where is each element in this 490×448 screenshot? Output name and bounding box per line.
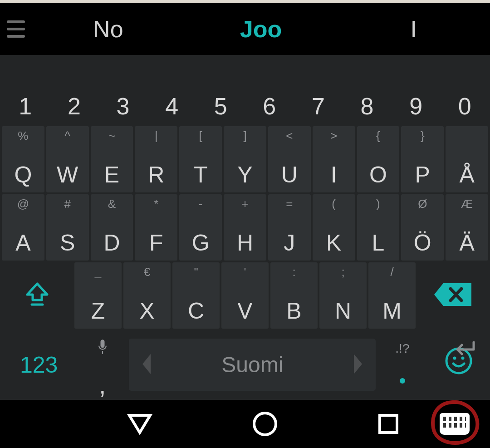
key-2[interactable]: 2 bbox=[51, 60, 98, 124]
key-h[interactable]: +H bbox=[224, 194, 266, 261]
key-o-umlaut[interactable]: ØÖ bbox=[401, 194, 444, 261]
bottom-row: 123 , Suomi .!? bbox=[0, 330, 490, 400]
suggestion-bar: No Joo I bbox=[0, 3, 490, 55]
key-4[interactable]: 4 bbox=[148, 60, 196, 124]
key-z[interactable]: _Z bbox=[74, 262, 122, 329]
key-6[interactable]: 6 bbox=[246, 60, 293, 124]
key-l[interactable]: )L bbox=[357, 194, 400, 261]
svg-rect-5 bbox=[380, 415, 397, 433]
backspace-key[interactable] bbox=[417, 262, 488, 329]
key-q[interactable]: %Q bbox=[2, 126, 44, 192]
key-b[interactable]: :B bbox=[270, 262, 318, 329]
suggestion-center[interactable]: Joo bbox=[185, 15, 338, 43]
suggestion-right[interactable]: I bbox=[337, 15, 490, 43]
spacebar[interactable]: Suomi bbox=[129, 339, 376, 391]
system-nav-bar bbox=[0, 400, 490, 448]
chevron-left-icon bbox=[139, 352, 154, 378]
comma-key[interactable]: , bbox=[78, 330, 127, 399]
number-row: 1 2 3 4 5 6 7 8 9 0 bbox=[0, 59, 490, 125]
chevron-right-icon bbox=[350, 352, 366, 378]
key-u[interactable]: <U bbox=[268, 126, 311, 192]
key-v[interactable]: 'V bbox=[221, 262, 269, 329]
letter-row-2: @A #S &D *F -G +H =J (K )L ØÖ ÆÄ bbox=[0, 193, 490, 261]
symbols-key[interactable]: 123 bbox=[2, 330, 76, 399]
enter-arrow-icon bbox=[450, 341, 475, 359]
key-w[interactable]: ^W bbox=[46, 126, 89, 192]
back-button[interactable] bbox=[127, 413, 153, 435]
shift-icon bbox=[24, 282, 50, 309]
key-5[interactable]: 5 bbox=[197, 60, 244, 124]
enter-key[interactable] bbox=[429, 330, 488, 399]
key-d[interactable]: &D bbox=[91, 194, 133, 261]
key-t[interactable]: [T bbox=[179, 126, 222, 192]
annotation-circle-icon bbox=[429, 399, 481, 448]
key-c[interactable]: "C bbox=[172, 262, 220, 329]
keyboard-language-label: Suomi bbox=[221, 352, 283, 377]
key-9[interactable]: 9 bbox=[392, 60, 440, 124]
letter-row-3: _Z €X "C 'V :B ;N /M bbox=[0, 261, 490, 330]
key-g[interactable]: -G bbox=[179, 194, 222, 261]
svg-point-4 bbox=[254, 413, 276, 435]
letter-row-1: %Q ^W ~E |R [T ]Y <U >I {O }P Å bbox=[0, 125, 490, 193]
key-r[interactable]: |R bbox=[135, 126, 177, 192]
key-3[interactable]: 3 bbox=[99, 60, 147, 124]
key-j[interactable]: =J bbox=[268, 194, 311, 261]
key-7[interactable]: 7 bbox=[295, 60, 342, 124]
key-i[interactable]: >I bbox=[313, 126, 355, 192]
home-button[interactable] bbox=[252, 411, 278, 437]
key-p[interactable]: }P bbox=[401, 126, 444, 192]
keyboard-switch-button[interactable] bbox=[440, 413, 470, 435]
microphone-icon bbox=[78, 339, 127, 355]
key-e[interactable]: ~E bbox=[91, 126, 133, 192]
menu-icon[interactable] bbox=[0, 3, 32, 55]
period-key[interactable]: .!? bbox=[377, 330, 427, 399]
key-y[interactable]: ]Y bbox=[224, 126, 266, 192]
recent-apps-button[interactable] bbox=[377, 413, 400, 435]
key-m[interactable]: /M bbox=[368, 262, 416, 329]
key-0[interactable]: 0 bbox=[441, 60, 488, 124]
key-s[interactable]: #S bbox=[46, 194, 89, 261]
period-dot-icon bbox=[400, 378, 405, 384]
key-8[interactable]: 8 bbox=[343, 60, 391, 124]
suggestion-left[interactable]: No bbox=[32, 15, 185, 43]
key-f[interactable]: *F bbox=[135, 194, 177, 261]
key-a-ring[interactable]: Å bbox=[446, 126, 488, 192]
virtual-keyboard: 1 2 3 4 5 6 7 8 9 0 %Q ^W ~E |R [T ]Y <U… bbox=[0, 55, 490, 400]
key-1[interactable]: 1 bbox=[2, 60, 49, 124]
key-a[interactable]: @A bbox=[2, 194, 44, 261]
backspace-icon bbox=[432, 281, 473, 310]
key-a-umlaut[interactable]: ÆÄ bbox=[446, 194, 488, 261]
shift-key[interactable] bbox=[2, 262, 73, 329]
key-k[interactable]: (K bbox=[313, 194, 355, 261]
key-x[interactable]: €X bbox=[123, 262, 171, 329]
key-n[interactable]: ;N bbox=[319, 262, 367, 329]
key-o[interactable]: {O bbox=[357, 126, 400, 192]
